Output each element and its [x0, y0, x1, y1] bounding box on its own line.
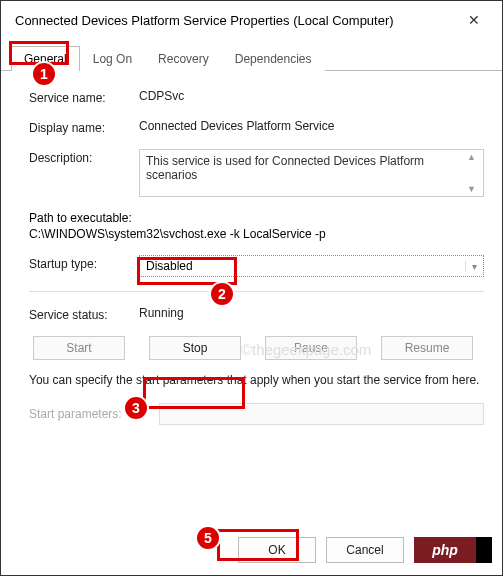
description-box[interactable]: This service is used for Connected Devic… [139, 149, 484, 197]
value-service-name: CDPSvc [139, 89, 484, 103]
resume-button[interactable]: Resume [381, 336, 473, 360]
label-display-name: Display name: [29, 119, 139, 135]
cancel-button[interactable]: Cancel [326, 537, 404, 563]
service-button-row: Start Stop Pause Resume [29, 336, 484, 360]
start-button[interactable]: Start [33, 336, 125, 360]
scroll-up-icon[interactable]: ▲ [467, 152, 481, 162]
label-path: Path to executable: [29, 211, 484, 225]
stop-button[interactable]: Stop [149, 336, 241, 360]
label-service-status: Service status: [29, 306, 139, 322]
tab-general[interactable]: General [11, 46, 80, 71]
note-text: You can specify the start parameters tha… [29, 372, 484, 389]
ok-button[interactable]: OK [238, 537, 316, 563]
separator [29, 291, 484, 292]
dialog-footer: OK Cancel php [1, 537, 502, 563]
value-description: This service is used for Connected Devic… [146, 154, 424, 182]
scroll-down-icon[interactable]: ▼ [467, 184, 481, 194]
description-scrollbar[interactable]: ▲ ▼ [467, 152, 481, 194]
start-parameters-input [159, 403, 484, 425]
title-bar: Connected Devices Platform Service Prope… [1, 1, 502, 39]
startup-type-select[interactable]: Disabled ▾ [139, 255, 484, 277]
pause-button[interactable]: Pause [265, 336, 357, 360]
tab-dependencies[interactable]: Dependencies [222, 46, 325, 71]
value-service-status: Running [139, 306, 484, 320]
close-icon: ✕ [468, 12, 480, 28]
value-display-name: Connected Devices Platform Service [139, 119, 484, 133]
close-button[interactable]: ✕ [456, 7, 492, 33]
label-startup-type: Startup type: [29, 255, 139, 271]
label-service-name: Service name: [29, 89, 139, 105]
tab-recovery[interactable]: Recovery [145, 46, 222, 71]
chevron-down-icon: ▾ [465, 261, 477, 272]
window-title: Connected Devices Platform Service Prope… [15, 13, 394, 28]
label-description: Description: [29, 149, 139, 165]
tab-strip: General Log On Recovery Dependencies [1, 45, 502, 71]
value-path: C:\WINDOWS\system32\svchost.exe -k Local… [29, 227, 484, 241]
php-badge: php [414, 537, 492, 563]
startup-type-value: Disabled [146, 259, 193, 273]
tab-content: Service name: CDPSvc Display name: Conne… [1, 71, 502, 449]
tab-logon[interactable]: Log On [80, 46, 145, 71]
label-start-parameters: Start parameters: [29, 407, 159, 421]
